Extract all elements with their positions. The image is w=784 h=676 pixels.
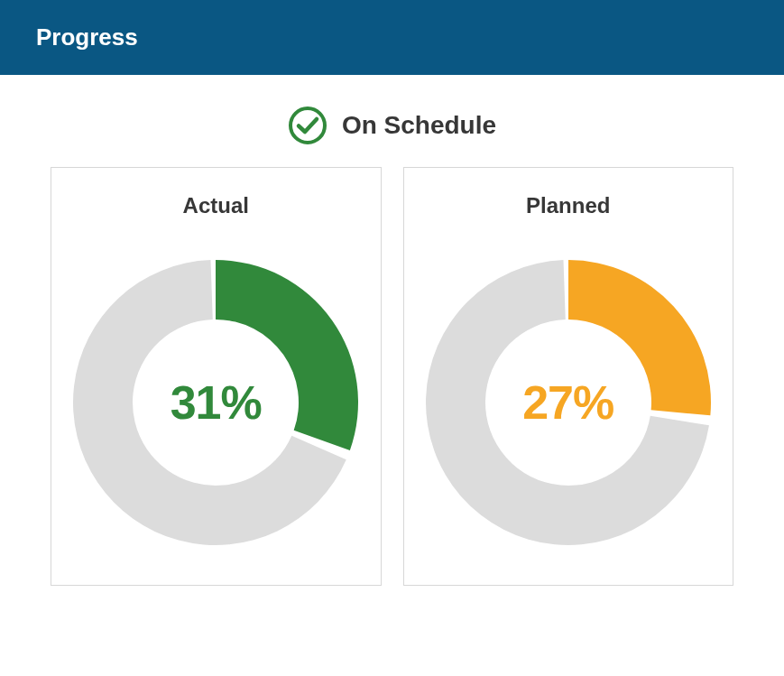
- status-row: On Schedule: [0, 106, 784, 145]
- page-title: Progress: [36, 23, 138, 51]
- donut-chart-planned: 27%: [424, 258, 713, 547]
- status-label: On Schedule: [342, 111, 496, 140]
- panel-header: Progress: [0, 0, 784, 75]
- card-actual: Actual 31%: [51, 167, 382, 586]
- svg-point-0: [291, 108, 325, 143]
- card-title-planned: Planned: [526, 193, 610, 218]
- donut-value-actual: 31%: [71, 258, 360, 547]
- donut-value-planned: 27%: [424, 258, 713, 547]
- donut-chart-actual: 31%: [71, 258, 360, 547]
- check-circle-icon: [288, 106, 327, 145]
- card-planned: Planned 27%: [403, 167, 734, 586]
- cards-container: Actual 31% Planned 27%: [0, 167, 784, 586]
- card-title-actual: Actual: [183, 193, 249, 218]
